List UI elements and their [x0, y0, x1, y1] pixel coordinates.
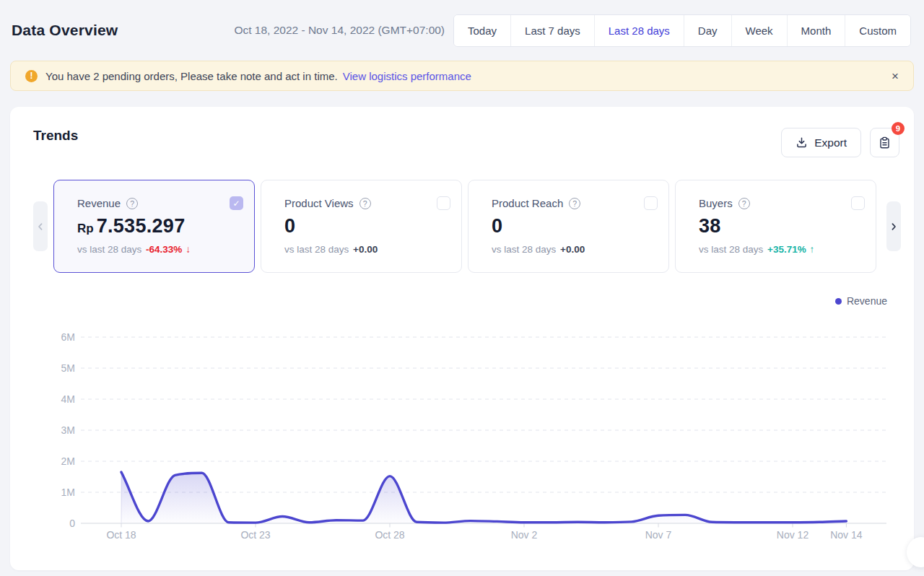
tab-last-28-days[interactable]: Last 28 days	[594, 15, 684, 46]
metric-value-row: 0	[492, 216, 657, 237]
svg-text:Nov 7: Nov 7	[645, 529, 672, 541]
tab-custom[interactable]: Custom	[845, 15, 910, 46]
metric-card-header: Revenue ?	[77, 197, 243, 209]
delta-value: -64.33%	[146, 244, 182, 255]
metric-card-header: Product Views ?	[284, 197, 450, 209]
metric-checkbox[interactable]	[851, 196, 865, 210]
delta-arrow-icon: ↑	[810, 244, 815, 255]
delta-value: +0.00	[560, 244, 585, 255]
svg-text:0: 0	[69, 518, 75, 529]
page-header: Data Overview Oct 18, 2022 - Nov 14, 202…	[0, 0, 924, 61]
svg-text:Oct 18: Oct 18	[106, 529, 136, 541]
svg-text:Nov 12: Nov 12	[777, 529, 809, 541]
svg-text:1M: 1M	[61, 486, 75, 498]
page-title: Data Overview	[12, 22, 118, 39]
compare-label: vs last 28 days	[77, 244, 141, 255]
legend-dot	[835, 298, 842, 305]
alert-icon: !	[25, 70, 38, 82]
chevron-left-icon	[35, 222, 45, 232]
metric-value: 0	[492, 216, 502, 237]
metric-label: Product Reach	[492, 197, 563, 209]
tab-last-7-days[interactable]: Last 7 days	[510, 15, 594, 46]
carousel-prev-button[interactable]	[33, 201, 48, 251]
metric-compare: vs last 28 days +0.00	[492, 244, 657, 255]
export-button[interactable]: Export	[781, 128, 861, 157]
trends-chart[interactable]: 6M5M4M3M2M1M0Oct 18Oct 23Oct 28Nov 2Nov …	[10, 309, 914, 547]
compare-label: vs last 28 days	[492, 244, 556, 255]
metric-card-revenue[interactable]: Revenue ? ✓ Rp 7.535.297 vs last 28 days…	[53, 180, 255, 273]
legend-label: Revenue	[847, 295, 887, 307]
date-range-tabs: TodayLast 7 daysLast 28 daysDayWeekMonth…	[453, 14, 911, 47]
metric-cards: Revenue ? ✓ Rp 7.535.297 vs last 28 days…	[53, 180, 876, 273]
svg-text:Nov 14: Nov 14	[830, 529, 863, 541]
metric-value-prefix: Rp	[77, 222, 94, 236]
metric-value-row: 0	[284, 216, 450, 237]
svg-text:2M: 2M	[61, 455, 75, 467]
clipboard-icon	[878, 136, 892, 149]
date-range-label: Oct 18, 2022 - Nov 14, 2022 (GMT+07:00)	[234, 24, 445, 37]
metric-checkbox[interactable]	[644, 196, 658, 210]
delta-value: +35.71%	[767, 244, 806, 255]
close-icon[interactable]: ×	[892, 70, 899, 82]
metric-compare: vs last 28 days -64.33% ↓	[77, 244, 243, 255]
svg-text:Nov 2: Nov 2	[511, 529, 538, 541]
metric-checkbox[interactable]: ✓	[230, 196, 243, 210]
delta-value: +0.00	[353, 244, 378, 255]
metric-checkbox[interactable]	[437, 196, 450, 210]
status-badge: 9	[892, 122, 905, 135]
compare-label: vs last 28 days	[699, 244, 763, 255]
help-icon[interactable]: ?	[126, 198, 138, 209]
help-icon[interactable]: ?	[569, 198, 580, 209]
svg-text:5M: 5M	[61, 362, 75, 374]
tab-month[interactable]: Month	[787, 15, 845, 46]
metric-value-row: 38	[699, 216, 864, 237]
delta-arrow-icon: ↓	[186, 244, 191, 255]
metric-compare: vs last 28 days +0.00	[284, 244, 450, 255]
chevron-right-icon	[889, 222, 899, 232]
tab-week[interactable]: Week	[731, 15, 787, 46]
svg-text:6M: 6M	[61, 331, 75, 343]
tab-day[interactable]: Day	[684, 15, 731, 46]
metric-card-buyers[interactable]: Buyers ? 38 vs last 28 days +35.71% ↑	[675, 180, 876, 273]
metric-value: 0	[284, 216, 295, 237]
metric-value: 7.535.297	[97, 216, 186, 237]
metric-value: 38	[699, 216, 721, 237]
metric-compare: vs last 28 days +35.71% ↑	[699, 244, 864, 255]
compare-label: vs last 28 days	[284, 244, 349, 255]
help-icon[interactable]: ?	[738, 198, 750, 209]
export-button-label: Export	[814, 136, 847, 149]
trends-panel: Trends Export 9 Revenue	[10, 107, 914, 570]
metric-value-row: Rp 7.535.297	[77, 216, 243, 237]
banner-message: You have 2 pending orders, Please take n…	[45, 70, 338, 82]
svg-text:4M: 4M	[61, 393, 75, 405]
metric-card-product-reach[interactable]: Product Reach ? 0 vs last 28 days +0.00	[468, 180, 669, 273]
svg-text:3M: 3M	[61, 424, 75, 436]
pending-orders-banner: ! You have 2 pending orders, Please take…	[10, 61, 914, 91]
svg-text:Oct 28: Oct 28	[375, 529, 404, 541]
metric-label: Product Views	[284, 197, 354, 209]
metric-card-header: Buyers ?	[699, 197, 864, 209]
legend-item-revenue[interactable]: Revenue	[835, 295, 887, 307]
carousel-next-button[interactable]	[886, 201, 901, 251]
trends-title: Trends	[33, 128, 78, 144]
svg-text:Oct 23: Oct 23	[240, 529, 270, 541]
metric-label: Revenue	[77, 197, 121, 209]
metric-label: Buyers	[699, 197, 733, 209]
metric-card-header: Product Reach ?	[492, 197, 657, 209]
tasks-clipboard-button[interactable]: 9	[870, 128, 899, 157]
tab-today[interactable]: Today	[454, 15, 510, 46]
logistics-performance-link[interactable]: View logistics performance	[343, 70, 471, 82]
metric-card-product-views[interactable]: Product Views ? 0 vs last 28 days +0.00	[261, 180, 462, 273]
download-icon	[796, 136, 808, 149]
help-icon[interactable]: ?	[359, 198, 371, 209]
